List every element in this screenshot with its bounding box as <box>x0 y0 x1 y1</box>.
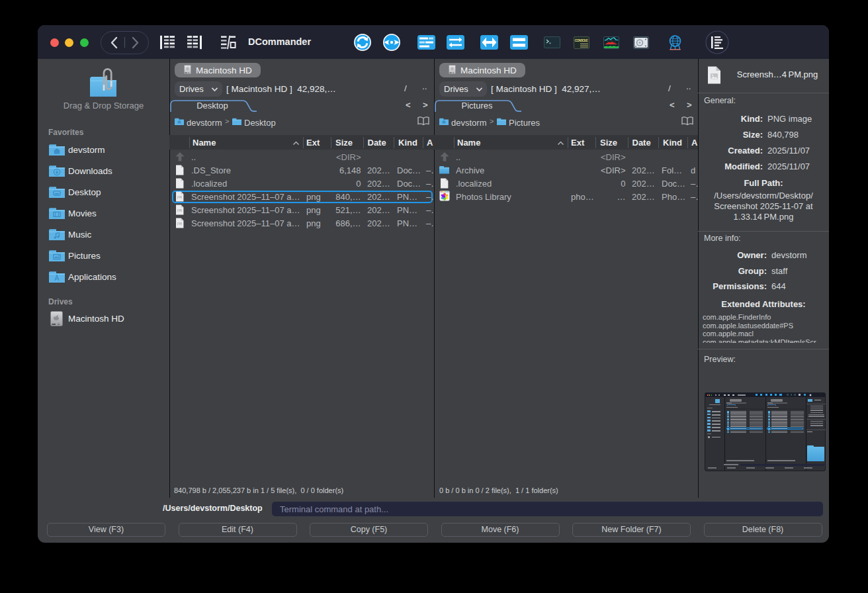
svg-text:CONSOLE: CONSOLE <box>575 38 589 42</box>
